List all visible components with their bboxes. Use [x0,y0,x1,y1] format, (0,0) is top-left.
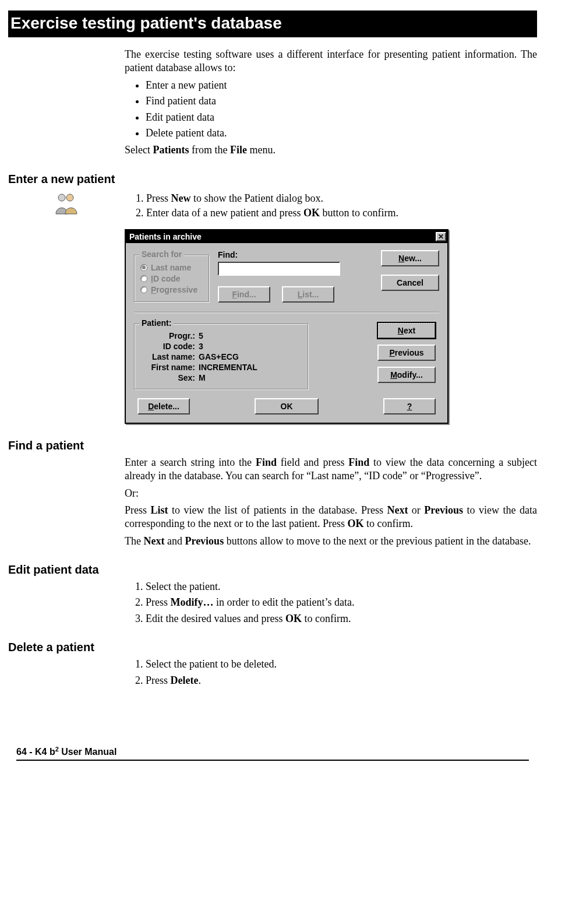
previous-button[interactable]: Previous [377,345,436,361]
patient-id: ID code:3 [140,342,302,351]
step: Press Delete. [146,674,537,687]
enter-steps: Press New to show the Patient dialog box… [125,192,536,219]
ok-button[interactable]: OK [255,398,319,414]
patient-firstname: First name:INCREMENTAL [140,363,302,372]
page-title: Exercise testing patient's database [10,14,282,32]
find-label: Find: [218,250,373,259]
section-heading-delete: Delete a patient [8,641,537,654]
search-for-group: Search for Last name ID code Progressive [134,255,210,303]
step: Press Modify… in order to edit the patie… [146,596,537,609]
patient-group: Patient: Progr.:5 ID code:3 Last name:GA… [134,324,309,390]
step: Select the patient. [146,580,537,593]
next-button[interactable]: Next [377,322,436,339]
list-button[interactable]: List... [282,286,334,303]
people-icon [54,192,79,215]
dialog-screenshot: Patients in archive ✕ Search for Last na… [125,229,537,424]
section-heading-edit: Edit patient data [8,563,537,577]
separator [134,312,439,313]
step: Edit the desired values and press OK to … [146,612,537,626]
radio-icon [140,275,147,282]
svg-point-0 [58,194,65,201]
dialog-titlebar: Patients in archive ✕ [126,230,447,243]
delete-button[interactable]: Delete... [137,398,190,414]
patient-sex: Sex:M [140,373,302,382]
delete-block: Select the patient to be deleted. Press … [125,658,537,687]
intro-paragraph: The exercise testing software uses a dif… [125,48,537,75]
modify-button[interactable]: Modify... [377,367,436,383]
new-button[interactable]: New... [381,250,439,266]
dialog-bottom-row: Delete... OK ? [134,398,439,414]
bullet-item: Edit patient data [146,111,537,124]
bullet-item: Find patient data [146,94,537,108]
intro-tail: Select Patients from the File menu. [125,143,537,157]
intro-bullets: Enter a new patient Find patient data Ed… [125,79,537,140]
enter-steps-cell: Press New to show the Patient dialog box… [125,188,537,223]
close-icon[interactable]: ✕ [436,232,446,241]
cancel-button[interactable]: Cancel [381,275,439,291]
radio-progressive[interactable]: Progressive [140,285,203,294]
ok-wrap: OK [190,398,383,414]
step: Select the patient to be deleted. [146,658,537,671]
dialog-mid-row: Patient: Progr.:5 ID code:3 Last name:GA… [134,319,439,390]
dialog-title: Patients in archive [129,232,436,241]
patient-lastname: Last name:GAS+ECG [140,352,302,361]
patients-archive-dialog: Patients in archive ✕ Search for Last na… [125,229,449,424]
nav-buttons: Next Previous Modify... [317,319,439,390]
intro-block: The exercise testing software uses a dif… [125,48,537,157]
page-footer: 64 - K4 b2 User Manual [16,746,529,761]
radio-icon [140,264,147,271]
radio-icon [140,286,147,293]
edit-steps: Select the patient. Press Modify… in ord… [125,580,537,626]
bullet-item: Enter a new patient [146,79,537,92]
dialog-body: Search for Last name ID code Progressive… [126,243,447,423]
find-p2: Press List to view the list of patients … [125,504,537,531]
find-button[interactable]: Find... [218,286,270,303]
patient-progr: Progr.:5 [140,331,302,340]
find-or: Or: [125,487,537,500]
find-p3: The Next and Previous buttons allow to m… [125,535,537,548]
search-legend: Search for [139,250,184,259]
right-buttons-top: New... Cancel [381,250,439,299]
step: Press New to show the Patient dialog box… [146,192,536,205]
svg-point-1 [66,194,73,201]
help-button[interactable]: ? [383,398,436,414]
radio-id-code[interactable]: ID code [140,274,203,283]
enter-layout: Press New to show the Patient dialog box… [8,188,537,223]
step: Enter data of a new patient and press OK… [146,207,536,219]
find-buttons-row: Find... List... [218,286,373,303]
page-number: 64 [16,747,27,757]
delete-steps: Select the patient to be deleted. Press … [125,658,537,687]
edit-block: Select the patient. Press Modify… in ord… [125,580,537,626]
find-column: Find: Find... List... [218,250,373,303]
find-input[interactable] [218,262,340,276]
patient-legend: Patient: [139,318,174,328]
find-p1: Enter a search string into the Find fiel… [125,456,537,483]
find-block: Enter a search string into the Find fiel… [125,456,537,548]
bullet-item: Delete patient data. [146,127,537,140]
section-heading-find: Find a patient [8,439,537,452]
page-title-bar: Exercise testing patient's database [8,10,537,37]
section-heading-enter: Enter a new patient [8,173,537,186]
dialog-top-row: Search for Last name ID code Progressive… [134,250,439,303]
patients-icon-cell [8,188,125,223]
radio-last-name[interactable]: Last name [140,263,203,272]
